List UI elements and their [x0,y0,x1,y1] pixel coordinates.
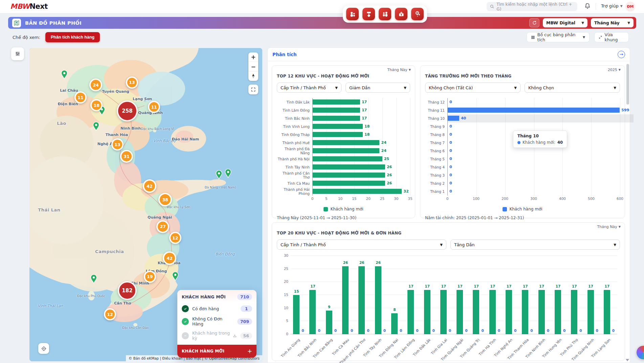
locate-button[interactable] [38,343,49,354]
top20-order-select[interactable]: Tăng Dần▼ [450,240,620,250]
growth-filter-select[interactable]: Không Chọn (Tất Cả)▼ [425,83,520,93]
new-customers-footer-button[interactable]: KHÁCH HÀNG MỚI + [177,345,257,358]
bar [555,290,561,334]
legend-row[interactable]: Không Có Đơn Hàng709 [177,314,257,328]
growth-bar-chart: Tháng 120Tháng 11599Tháng 1040Tháng 90Th… [425,98,620,202]
org-select[interactable]: MBW Digital▼ [543,18,587,27]
legend-row[interactable]: Có đơn hàng1 [177,303,257,314]
top12-period-select[interactable]: Tháng Này▼ [387,68,411,72]
series-dot [517,141,520,144]
search-placeholder: Tìm kiếm hoặc nhập một lệnh (Ctrl + G) [496,2,574,12]
map-cluster-marker[interactable]: 12 [169,232,181,244]
chevron-down-icon: ▼ [627,21,630,25]
bar-value-label: 25 [384,156,389,161]
map-cluster-marker[interactable]: 258 [117,100,138,121]
customer-analysis-mode-button[interactable]: Phân tích khách hàng [45,32,100,42]
map-pin-marker[interactable] [224,169,232,180]
secondary-value-label: 0 [367,328,369,333]
map-label: Cần Thơ [114,301,131,305]
top20-period-select[interactable]: Tháng Này▼ [597,225,621,229]
map-cluster-marker[interactable]: 18 [90,99,103,111]
bar [473,290,479,334]
legend-row-count: 709 [237,318,252,325]
open-panel-arrow-icon[interactable]: → [618,51,625,58]
bar [538,290,545,334]
map-cluster-marker[interactable]: 11 [74,91,87,104]
map-cluster-marker[interactable]: 27 [156,220,169,233]
secondary-value-label: 0 [302,328,304,333]
people-app-icon[interactable] [346,8,359,20]
map-cluster-marker[interactable]: 24 [89,78,102,91]
zoom-in-button[interactable]: + [248,52,258,62]
map-pin-marker[interactable] [172,271,179,282]
bar-category-label: Tỉnh Bắc Ninh [277,116,312,120]
pitch-control[interactable]: ▲▼ [248,71,258,81]
app-dock [343,5,427,23]
top20-level-select[interactable]: Cấp Tỉnh / Thành Phố▼ [277,240,446,250]
help-menu[interactable]: Trợ giúp▼ [601,3,623,8]
growth-year-select[interactable]: 2025▼ [608,68,621,72]
refresh-button[interactable] [529,18,539,27]
top12-level-select[interactable]: Cấp Tỉnh / Thành Phố▼ [277,83,341,93]
legend-row-label: Khách hàng trong kỳ [192,331,237,341]
legend-row[interactable]: Khách hàng trong kỳ 56 [177,328,257,343]
growth-compare-select[interactable]: Không Chọn▼ [525,83,620,93]
chevron-down-icon: ▼ [404,86,406,90]
bar-value-label: 18 [364,124,370,129]
secondary-value-label: 0 [318,328,320,333]
bar [313,124,363,129]
bar-category-label: Tháng 4 [425,165,447,169]
new-customers-rows: Có đơn hàng1Không Có Đơn Hàng709Khách hà… [177,303,257,343]
check-circle-icon [182,318,189,325]
panel-scrollbar-thumb[interactable] [626,64,629,105]
bar-category-label: Thành phố Huế [277,141,312,145]
period-select-value: Tháng Này [594,20,620,25]
map-cluster-marker[interactable]: 13 [126,76,138,89]
map-pin-marker[interactable] [61,70,68,81]
period-select[interactable]: Tháng Này▼ [591,18,634,27]
map-zoom-control: + − ▲▼ [248,52,258,81]
route-map-app-icon[interactable] [411,8,424,20]
check-circle-icon [182,305,189,312]
map-pin-marker[interactable] [90,274,97,286]
map-pin-marker[interactable] [215,170,223,181]
map-pin-marker[interactable] [92,122,100,133]
app-logo[interactable]: MBWNext [10,2,48,10]
map-label: Tuyên Quang [102,89,129,93]
bar-category-label: Tỉnh Lâm Đồng [277,108,312,112]
top12-order-select[interactable]: Giảm Dần▼ [346,83,410,93]
map-cluster-marker[interactable]: 31 [120,150,133,163]
fit-frame-button[interactable]: Vừa khung [594,32,629,42]
bar [489,290,496,334]
chevron-down-icon: ▼ [619,225,621,228]
global-search-input[interactable]: Tìm kiếm hoặc nhập một lệnh (Ctrl + G) [487,2,577,11]
notifications-bell-icon[interactable] [584,3,592,10]
map-cluster-marker[interactable]: 42 [143,179,156,193]
legend-row-count: 56 [240,333,252,339]
map-cluster-marker[interactable]: 11 [148,101,160,113]
workflow-app-icon[interactable] [362,8,375,20]
user-avatar[interactable]: ĐM [625,2,635,12]
map-cluster-marker[interactable]: 42 [163,251,176,265]
bar-value-label: 17 [572,284,577,288]
panel-scrollbar-down-arrow[interactable] [626,359,629,361]
bar-category-label: Thành phố Đà Nẵng [277,147,312,155]
payment-app-icon[interactable] [395,8,407,20]
customers-app-icon[interactable] [379,8,391,20]
fullscreen-button[interactable] [248,85,258,94]
map-cluster-marker[interactable]: 182 [118,281,137,300]
map-cluster-marker[interactable]: 13 [111,138,124,151]
assistant-floating-icon[interactable] [637,346,644,359]
map-cluster-marker[interactable]: 38 [158,193,172,206]
map-label: Ninh Bình [120,126,141,131]
zoom-out-button[interactable]: − [248,62,258,71]
bar-category-label: Tỉnh Đắk Lắk [277,100,312,104]
map-filter-button[interactable] [11,47,24,60]
map-label: Lạng Sơn [133,97,152,101]
map-cluster-marker[interactable]: 12 [104,308,116,320]
layout-select-button[interactable]: Bố cục bảng phân tích ▼ [527,32,590,42]
map-label: Đà Nẵng - Việt Nam) [205,186,236,189]
bar-value-label: 17 [507,284,512,288]
map-cluster-marker[interactable]: 19 [144,271,156,283]
map-module-icon [12,19,21,27]
